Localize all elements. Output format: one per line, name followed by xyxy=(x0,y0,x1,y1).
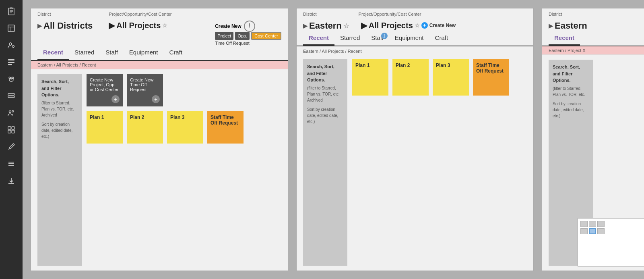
panel1-plan-1-card[interactable]: Plan 1 xyxy=(87,111,123,144)
panel2-cards-area: Plan 1 Plan 2 Plan 3 Staff Time Off Requ… xyxy=(352,59,527,266)
panel1-btn-cost-center[interactable]: Cost Center xyxy=(251,32,281,40)
panel2-district-title[interactable]: ▶ Eastern ☆ xyxy=(303,21,349,31)
panel1-tab-recent[interactable]: Recent xyxy=(37,46,69,60)
svg-rect-23 xyxy=(8,127,11,129)
panel-eastern-2: District ▶ Eastern Recent Eastern / Proj… xyxy=(542,8,644,271)
clipboard-icon[interactable] xyxy=(4,4,19,19)
panel2-plan-cards-row: Plan 1 Plan 2 Plan 3 Staff Time Off Requ… xyxy=(352,59,527,96)
panel3-thumbnail-overlay xyxy=(578,218,644,267)
svg-rect-13 xyxy=(8,62,14,63)
panel1-search-title: Search, Sort, and Filter Options. xyxy=(41,78,78,98)
layers-icon[interactable] xyxy=(4,89,19,103)
panel2-tab-recent[interactable]: Recent xyxy=(303,31,334,46)
svg-rect-20 xyxy=(8,96,14,98)
table-icon[interactable] xyxy=(4,21,19,35)
panel2-project-col: ▶ All Projects ☆ + Create New xyxy=(361,21,456,30)
svg-point-9 xyxy=(12,46,14,48)
svg-rect-24 xyxy=(12,127,14,129)
panel1-plan-cards-row: Plan 1 Plan 2 Plan 3 Staff Time Off Requ… xyxy=(87,111,281,144)
panel1-tab-craft[interactable]: Craft xyxy=(164,46,188,60)
pencil-icon[interactable] xyxy=(4,140,19,154)
panel2-project-title[interactable]: ▶ All Projects ☆ + Create New xyxy=(361,21,456,30)
panel3-top-labels: District xyxy=(542,8,644,17)
sidebar xyxy=(0,0,23,279)
panel-all-districts: District Project/Opportunity/Cost Center… xyxy=(31,8,288,271)
panel2-plan-3-card[interactable]: Plan 3 xyxy=(433,59,469,96)
panel2-project-name: All Projects xyxy=(369,21,413,30)
thumb-item-5 xyxy=(597,228,605,234)
main-area: District Project/Opportunity/Cost Center… xyxy=(23,0,644,279)
panel1-district-title[interactable]: ▶ All Districts xyxy=(37,21,93,31)
panel2-plan-2-card[interactable]: Plan 2 xyxy=(392,59,429,96)
panel1-filter-text: (filter to Starred, Plan vs. TOR, etc. A… xyxy=(41,100,78,118)
panel1-plan-3-card[interactable]: Plan 3 xyxy=(167,111,203,144)
grid-view-icon[interactable] xyxy=(4,123,19,137)
panel-eastern-1: District Project/Opportunity/Cost Center… xyxy=(296,8,534,271)
panel2-create-new-inline: Create New xyxy=(429,23,456,28)
panel1-info-circle[interactable]: ! xyxy=(244,21,255,32)
svg-point-22 xyxy=(12,110,14,112)
thumb-item-4 xyxy=(580,228,588,234)
panel2-staff-badge: 1 xyxy=(381,33,388,39)
svg-rect-5 xyxy=(8,25,14,31)
people-icon[interactable] xyxy=(4,106,19,120)
panel1-tab-equipment[interactable]: Equipment xyxy=(124,46,164,60)
panel1-btn-opp[interactable]: Opp. xyxy=(235,32,250,40)
list-icon[interactable] xyxy=(4,55,19,69)
panel1-sort-text: Sort by creation date, edited date, etc.… xyxy=(41,121,78,140)
panel1-tab-starred[interactable]: Starred xyxy=(69,46,100,60)
panel2-district-name: Eastern xyxy=(309,21,342,31)
panel2-district-arrow: ▶ xyxy=(303,23,308,29)
panel2-tabs: Recent Starred Staff 1 Equipment Craft xyxy=(297,31,533,46)
panel1-tab-staff[interactable]: Staff xyxy=(100,46,124,60)
thumb-item-3 xyxy=(597,221,605,227)
panel3-header: ▶ Eastern xyxy=(542,17,644,31)
download-icon[interactable] xyxy=(4,173,19,188)
svg-line-27 xyxy=(12,144,14,146)
panel1-district-name: All Districts xyxy=(43,21,93,31)
panel2-tab-craft[interactable]: Craft xyxy=(429,31,454,46)
panel2-header: ▶ Eastern ☆ ▶ All Projects ☆ + Create Ne… xyxy=(297,17,533,31)
panel3-district-arrow: ▶ xyxy=(549,23,553,29)
panel1-project-title[interactable]: ▶ All Projects ☆ xyxy=(109,21,167,30)
animal-icon[interactable] xyxy=(4,72,19,86)
panel1-create-project-card[interactable]: Create New Project, Opp. or Cost Center … xyxy=(87,74,123,106)
panel1-content: Search, Sort, and Filter Options. (filte… xyxy=(31,69,288,271)
thumb-item-2 xyxy=(589,221,596,227)
panel2-district-star[interactable]: ☆ xyxy=(343,22,349,30)
panel2-tab-staff[interactable]: Staff 1 xyxy=(365,31,389,46)
panel1-plan-2-card[interactable]: Plan 2 xyxy=(127,111,163,144)
panel2-staff-tor-card[interactable]: Staff Time Off Request xyxy=(473,59,509,96)
panel2-plan-1-card[interactable]: Plan 1 xyxy=(352,59,388,96)
panel3-tab-recent[interactable]: Recent xyxy=(549,31,580,46)
thumb-item-highlighted[interactable] xyxy=(589,228,596,234)
panel2-filter-text: (filter to Starred, Plan vs. TOR, etc. A… xyxy=(307,85,343,103)
panel2-project-star[interactable]: ☆ xyxy=(415,22,420,29)
panel1-create-time-plus[interactable]: + xyxy=(152,95,160,103)
panel1-tabs: Recent Starred Staff Equipment Craft xyxy=(31,46,288,61)
panel3-breadcrumb: Eastern / Project X xyxy=(542,46,644,55)
panel3-search-title: Search, Sort, and Filter Options. xyxy=(553,64,589,84)
panel2-tab-starred[interactable]: Starred xyxy=(334,31,365,46)
hamburger-icon[interactable] xyxy=(4,156,19,171)
panel1-district-label: District xyxy=(37,12,51,17)
panel2-breadcrumb: Eastern / All Projects / Recent xyxy=(297,46,533,54)
panel2-tab-equipment[interactable]: Equipment xyxy=(389,31,429,46)
panel1-btn-project[interactable]: Project xyxy=(215,32,233,40)
panel1-staff-tor-card[interactable]: Staff Time Off Request xyxy=(207,111,244,144)
panel2-add-icon[interactable]: + xyxy=(421,22,428,29)
panel2-project-arrow: ▶ xyxy=(361,21,367,30)
users-settings-icon[interactable] xyxy=(4,38,19,52)
panel1-project-star[interactable]: ☆ xyxy=(162,22,167,29)
panel1-header: ▶ All Districts ▶ All Projects ☆ Create … xyxy=(31,17,288,46)
panel1-create-time-card[interactable]: Create New Time Off Request + xyxy=(127,74,163,106)
panel1-project-label: Project/Opportunity/Cost Center xyxy=(109,12,172,17)
panel3-district-title[interactable]: ▶ Eastern xyxy=(549,21,587,31)
panel1-district-arrow: ▶ xyxy=(37,23,42,29)
panel3-tabs: Recent xyxy=(542,31,644,46)
thumb-item-1 xyxy=(580,221,588,227)
panel1-create-new-label: Create New xyxy=(215,23,241,29)
panel1-create-project-plus[interactable]: + xyxy=(111,95,120,103)
panel3-sort-text: Sort by creation date, edited date, etc.… xyxy=(553,101,589,119)
svg-rect-26 xyxy=(12,130,14,133)
